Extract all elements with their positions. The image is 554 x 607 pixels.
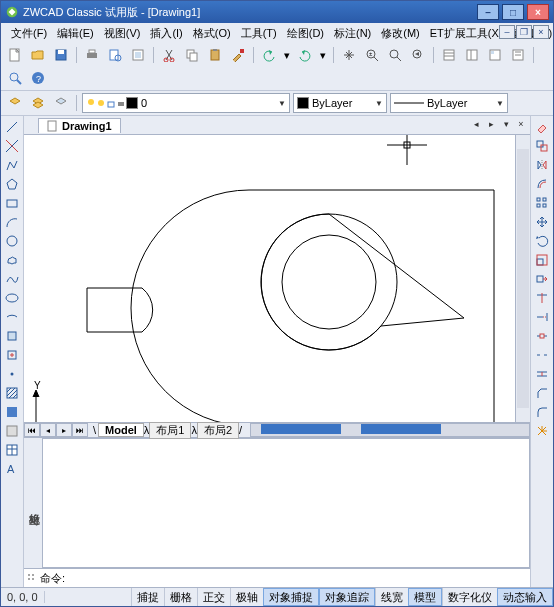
first-layout-button[interactable]: ⏮ (24, 423, 40, 437)
layout-tab-2[interactable]: 布局2 (197, 422, 239, 439)
menu-insert[interactable]: 插入(I) (146, 25, 186, 42)
explode-tool[interactable] (533, 422, 551, 440)
paste-button[interactable] (205, 45, 225, 65)
region-tool[interactable] (3, 422, 21, 440)
xline-tool[interactable] (3, 137, 21, 155)
doc-minimize-button[interactable]: – (499, 25, 515, 39)
menu-format[interactable]: 格式(O) (189, 25, 235, 42)
new-button[interactable] (5, 45, 25, 65)
ellipse-arc-tool[interactable] (3, 308, 21, 326)
tab-prev-button[interactable]: ◂ (469, 117, 483, 131)
status-0[interactable]: 捕捉 (131, 588, 164, 606)
tab-menu-button[interactable]: ▾ (499, 117, 513, 131)
drawing-canvas[interactable]: Y X (24, 135, 530, 422)
calc-button[interactable] (5, 68, 25, 88)
erase-tool[interactable] (533, 118, 551, 136)
layer-prev-button[interactable] (28, 93, 48, 113)
status-8[interactable]: 数字化仪 (442, 588, 497, 606)
polygon-tool[interactable] (3, 175, 21, 193)
mtext-tool[interactable]: A (3, 460, 21, 478)
fillet-tool[interactable] (533, 403, 551, 421)
sheet-set-button[interactable] (508, 45, 528, 65)
cut-button[interactable] (159, 45, 179, 65)
status-1[interactable]: 栅格 (164, 588, 197, 606)
zoom-window-button[interactable] (385, 45, 405, 65)
point-tool[interactable] (3, 365, 21, 383)
minimize-button[interactable]: – (477, 4, 499, 20)
pan-button[interactable] (339, 45, 359, 65)
offset-tool[interactable] (533, 175, 551, 193)
print-preview-button[interactable] (105, 45, 125, 65)
status-6[interactable]: 线宽 (375, 588, 408, 606)
layer-states-button[interactable] (51, 93, 71, 113)
hatch-tool[interactable] (3, 384, 21, 402)
line-tool[interactable] (3, 118, 21, 136)
next-layout-button[interactable]: ▸ (56, 423, 72, 437)
ellipse-tool[interactable] (3, 289, 21, 307)
save-button[interactable] (51, 45, 71, 65)
redo-dropdown[interactable]: ▾ (318, 45, 328, 65)
linetype-dropdown[interactable]: ByLayer ▼ (390, 93, 508, 113)
mirror-tool[interactable] (533, 156, 551, 174)
move-tool[interactable] (533, 213, 551, 231)
command-line[interactable]: 命令: (24, 568, 530, 587)
polyline-tool[interactable] (3, 156, 21, 174)
color-dropdown[interactable]: ByLayer ▼ (293, 93, 387, 113)
menu-file[interactable]: 文件(F) (7, 25, 51, 42)
status-9[interactable]: 动态输入 (497, 588, 553, 606)
command-history[interactable] (42, 438, 530, 568)
document-tab[interactable]: Drawing1 (38, 118, 121, 133)
arc-tool[interactable] (3, 213, 21, 231)
horizontal-scrollbar[interactable] (250, 423, 530, 437)
menu-view[interactable]: 视图(V) (100, 25, 145, 42)
extend-tool[interactable] (533, 308, 551, 326)
chamfer-tool[interactable] (533, 384, 551, 402)
array-tool[interactable] (533, 194, 551, 212)
grip-icon[interactable] (26, 571, 36, 585)
open-button[interactable] (28, 45, 48, 65)
properties-button[interactable] (439, 45, 459, 65)
vertical-scrollbar[interactable] (515, 135, 530, 422)
break-tool[interactable] (533, 346, 551, 364)
coordinates-display[interactable]: 0, 0, 0 (1, 591, 45, 603)
menu-modify[interactable]: 修改(M) (377, 25, 424, 42)
zoom-realtime-button[interactable]: ± (362, 45, 382, 65)
circle-tool[interactable] (3, 232, 21, 250)
doc-close-button[interactable]: × (533, 25, 549, 39)
break-at-point-tool[interactable] (533, 327, 551, 345)
make-block-tool[interactable] (3, 346, 21, 364)
tab-close-button[interactable]: × (514, 117, 528, 131)
menu-dimension[interactable]: 标注(N) (330, 25, 375, 42)
trim-tool[interactable] (533, 289, 551, 307)
layout-tab-model[interactable]: Model (98, 423, 144, 437)
status-5[interactable]: 对象追踪 (319, 588, 375, 606)
menu-ettools[interactable]: ET扩展工具(X) (426, 25, 507, 42)
status-7[interactable]: 模型 (408, 588, 442, 606)
table-tool[interactable] (3, 441, 21, 459)
menu-tools[interactable]: 工具(T) (237, 25, 281, 42)
publish-button[interactable] (128, 45, 148, 65)
redo-button[interactable] (295, 45, 315, 65)
gradient-tool[interactable] (3, 403, 21, 421)
undo-dropdown[interactable]: ▾ (282, 45, 292, 65)
rotate-tool[interactable] (533, 232, 551, 250)
tool-palettes-button[interactable] (485, 45, 505, 65)
layer-dropdown[interactable]: 0 ▼ (82, 93, 290, 113)
menu-draw[interactable]: 绘图(D) (283, 25, 328, 42)
status-3[interactable]: 极轴 (230, 588, 263, 606)
menu-edit[interactable]: 编辑(E) (53, 25, 98, 42)
doc-restore-button[interactable]: ❐ (516, 25, 532, 39)
spline-tool[interactable] (3, 270, 21, 288)
copy-tool[interactable] (533, 137, 551, 155)
tab-next-button[interactable]: ▸ (484, 117, 498, 131)
print-button[interactable] (82, 45, 102, 65)
zoom-prev-button[interactable] (408, 45, 428, 65)
close-button[interactable]: × (527, 4, 549, 20)
help-button[interactable]: ? (28, 68, 48, 88)
layout-tab-1[interactable]: 布局1 (149, 422, 191, 439)
insert-block-tool[interactable] (3, 327, 21, 345)
rectangle-tool[interactable] (3, 194, 21, 212)
maximize-button[interactable]: □ (502, 4, 524, 20)
status-2[interactable]: 正交 (197, 588, 230, 606)
stretch-tool[interactable] (533, 270, 551, 288)
